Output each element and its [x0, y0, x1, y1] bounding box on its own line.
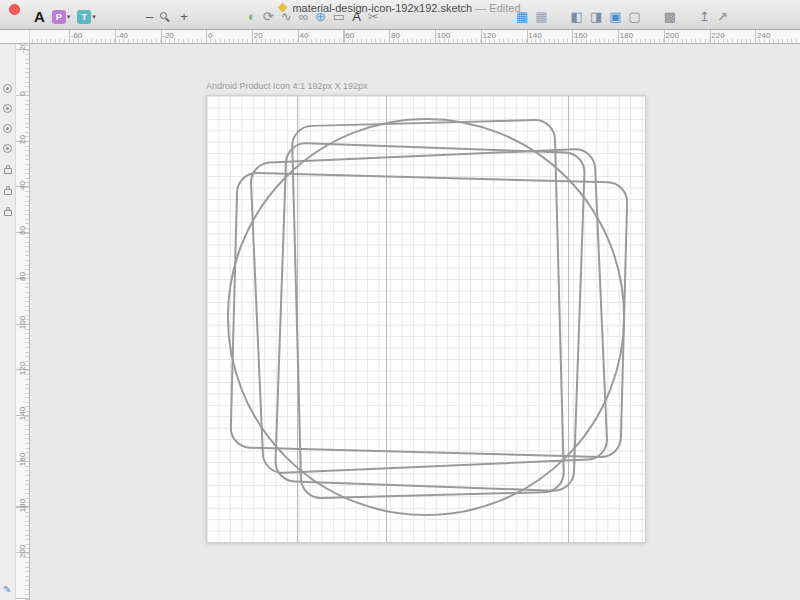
h-ruler-label: -40: [117, 31, 129, 40]
lock-toggle-icon[interactable]: [4, 210, 12, 216]
text-icon[interactable]: A: [352, 9, 361, 25]
visibility-toggle-icon[interactable]: [3, 124, 12, 133]
h-ruler-label: 0: [208, 31, 212, 40]
h-ruler-label: 60: [345, 31, 354, 40]
h-ruler-label: -60: [71, 31, 83, 40]
lock-toggle-icon[interactable]: [4, 189, 12, 195]
mask-icon[interactable]: ◐: [248, 9, 256, 25]
ruler-corner: [0, 30, 30, 44]
artboard-label[interactable]: Android Product Icon 4:1 192px X 192px: [206, 81, 368, 91]
lock-toggle-icon[interactable]: [4, 168, 12, 174]
v-ruler-label: 40: [18, 178, 27, 192]
h-ruler-label: 220: [711, 31, 724, 40]
document-state: — Edited: [475, 2, 520, 14]
share-icon[interactable]: ↗: [717, 9, 728, 25]
v-ruler-label: 100: [18, 315, 27, 329]
send-to-back-icon[interactable]: ▢: [628, 9, 640, 25]
canvas[interactable]: Android Product Icon 4:1 192px X 192px: [30, 44, 800, 600]
h-ruler-label: 160: [574, 31, 587, 40]
h-ruler-label: 200: [666, 31, 679, 40]
bring-to-front-icon[interactable]: ▣: [609, 9, 621, 25]
h-ruler-label: 180: [620, 31, 633, 40]
visibility-toggle-icon[interactable]: [3, 84, 12, 93]
v-ruler-label: 120: [18, 361, 27, 375]
h-ruler-label: 140: [528, 31, 541, 40]
h-ruler-label: 120: [483, 31, 496, 40]
v-ruler-label: 180: [18, 498, 27, 512]
toolbar-group-center: ◐⟳∿∞⊕▭A✂: [248, 8, 379, 26]
v-ruler-label: 60: [18, 224, 27, 238]
move-forward-icon[interactable]: ◨: [590, 9, 602, 25]
v-ruler-label: 140: [18, 407, 27, 421]
dropdown-caret-icon: ▾: [67, 13, 71, 21]
toolbar-group-zoom: –+: [146, 8, 188, 26]
style-a-button[interactable]: A: [34, 9, 45, 25]
group-icon[interactable]: ▩: [664, 9, 676, 25]
p-swatch-button-swatch: P: [52, 10, 66, 24]
v-ruler-label: 80: [18, 270, 27, 284]
move-backward-icon[interactable]: ◧: [571, 9, 583, 25]
h-ruler-label: 80: [391, 31, 400, 40]
h-ruler-label: 40: [300, 31, 309, 40]
visibility-toggle-icon[interactable]: [3, 144, 12, 153]
keyline-rect[interactable]: [292, 120, 564, 499]
t-swatch-button-swatch: T: [77, 10, 91, 24]
edit-pencil-icon[interactable]: ✎: [3, 584, 11, 595]
globe-icon[interactable]: ⊕: [315, 9, 326, 25]
rotate-icon[interactable]: ⟳: [263, 9, 274, 25]
artboard[interactable]: [206, 95, 646, 543]
v-ruler-label: 20: [18, 132, 27, 146]
keyline-rect[interactable]: [250, 148, 608, 473]
v-ruler-label: 160: [18, 453, 27, 467]
t-swatch-button[interactable]: T▾: [77, 10, 96, 24]
h-ruler-label: 240: [757, 31, 770, 40]
visibility-toggle-icon[interactable]: [3, 104, 12, 113]
keyline-rect[interactable]: [230, 173, 627, 458]
grid-toggle-icon[interactable]: ▦: [516, 9, 528, 25]
zoom-in-button[interactable]: +: [180, 10, 188, 24]
p-swatch-button[interactable]: P▾: [52, 10, 71, 24]
toolbar-group-left: AP▾T▾: [34, 8, 96, 26]
vertical-ruler[interactable]: -20020406080100120140160180200: [16, 44, 30, 600]
scissors-icon[interactable]: ✂: [368, 9, 379, 25]
v-ruler-label: -20: [18, 44, 27, 55]
export-icon[interactable]: ↥: [699, 9, 710, 25]
link-icon[interactable]: ∞: [299, 9, 308, 25]
keyline-shapes: [207, 96, 645, 542]
v-ruler-label: 0: [18, 87, 27, 101]
window-titlebar: material-design-icon-192x192.sketch — Ed…: [0, 0, 800, 30]
toolbar-group-right: ▦▦◧◨▣▢▩↥↗: [516, 8, 728, 26]
h-ruler-label: 20: [254, 31, 263, 40]
layer-strip: ✎: [0, 44, 16, 600]
h-ruler-label: 100: [437, 31, 450, 40]
v-ruler-label: 200: [18, 544, 27, 558]
flatten-icon[interactable]: ∿: [281, 9, 292, 25]
dropdown-caret-icon: ▾: [92, 13, 96, 21]
keyline-rect[interactable]: [275, 143, 585, 492]
h-ruler-label: -20: [162, 31, 174, 40]
zoom-tool-button[interactable]: [160, 11, 173, 24]
zoom-out-button[interactable]: –: [146, 10, 153, 24]
horizontal-ruler[interactable]: -60-40-200204060801001201401601802002202…: [30, 30, 800, 44]
layout-toggle-icon[interactable]: ▦: [535, 9, 547, 25]
crop-icon[interactable]: ▭: [333, 9, 345, 25]
